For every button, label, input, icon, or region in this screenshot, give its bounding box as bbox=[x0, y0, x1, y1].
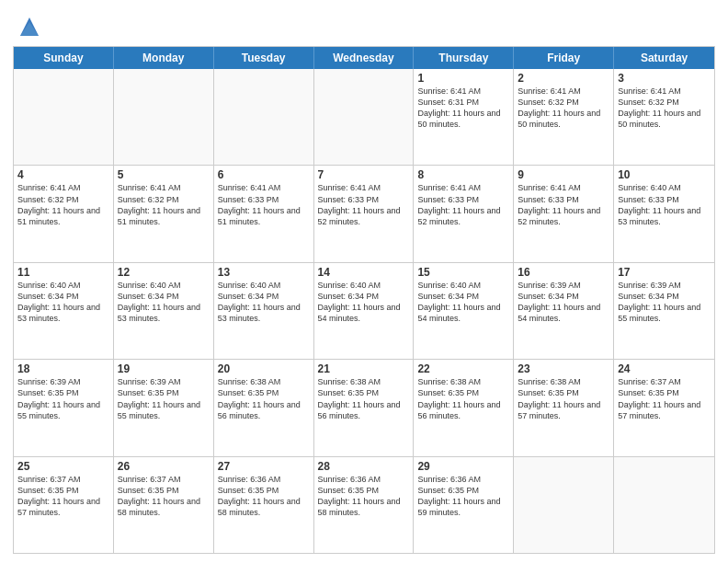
day-info: Sunrise: 6:38 AM Sunset: 6:35 PM Dayligh… bbox=[318, 376, 410, 421]
calendar-day-16: 16Sunrise: 6:39 AM Sunset: 6:34 PM Dayli… bbox=[514, 263, 614, 359]
day-info: Sunrise: 6:41 AM Sunset: 6:32 PM Dayligh… bbox=[118, 182, 210, 227]
calendar-day-1: 1Sunrise: 6:41 AM Sunset: 6:31 PM Daylig… bbox=[414, 69, 514, 165]
day-info: Sunrise: 6:40 AM Sunset: 6:34 PM Dayligh… bbox=[318, 280, 410, 325]
calendar-day-12: 12Sunrise: 6:40 AM Sunset: 6:34 PM Dayli… bbox=[114, 263, 214, 359]
calendar-day-empty bbox=[514, 457, 614, 553]
day-info: Sunrise: 6:39 AM Sunset: 6:34 PM Dayligh… bbox=[618, 280, 711, 325]
day-info: Sunrise: 6:40 AM Sunset: 6:34 PM Dayligh… bbox=[417, 280, 509, 325]
calendar-day-10: 10Sunrise: 6:40 AM Sunset: 6:33 PM Dayli… bbox=[614, 166, 714, 261]
day-number: 13 bbox=[218, 266, 310, 279]
day-info: Sunrise: 6:36 AM Sunset: 6:35 PM Dayligh… bbox=[318, 474, 410, 519]
calendar-week-3: 11Sunrise: 6:40 AM Sunset: 6:34 PM Dayli… bbox=[14, 263, 714, 360]
day-number: 17 bbox=[618, 266, 711, 279]
day-info: Sunrise: 6:40 AM Sunset: 6:34 PM Dayligh… bbox=[118, 280, 210, 325]
calendar-day-3: 3Sunrise: 6:41 AM Sunset: 6:32 PM Daylig… bbox=[614, 69, 714, 165]
calendar-day-24: 24Sunrise: 6:37 AM Sunset: 6:35 PM Dayli… bbox=[614, 360, 714, 455]
calendar-day-17: 17Sunrise: 6:39 AM Sunset: 6:34 PM Dayli… bbox=[614, 263, 714, 359]
svg-marker-1 bbox=[20, 22, 39, 36]
calendar-day-23: 23Sunrise: 6:38 AM Sunset: 6:35 PM Dayli… bbox=[514, 360, 614, 455]
day-number: 15 bbox=[417, 266, 509, 279]
calendar-day-27: 27Sunrise: 6:36 AM Sunset: 6:35 PM Dayli… bbox=[214, 457, 314, 553]
day-info: Sunrise: 6:41 AM Sunset: 6:32 PM Dayligh… bbox=[17, 182, 109, 227]
calendar-week-1: 1Sunrise: 6:41 AM Sunset: 6:31 PM Daylig… bbox=[14, 69, 714, 166]
day-number: 5 bbox=[118, 168, 210, 181]
day-number: 4 bbox=[17, 168, 109, 181]
day-number: 22 bbox=[417, 362, 509, 375]
day-number: 14 bbox=[318, 266, 410, 279]
day-info: Sunrise: 6:41 AM Sunset: 6:33 PM Dayligh… bbox=[318, 182, 410, 227]
page: SundayMondayTuesdayWednesdayThursdayFrid… bbox=[0, 0, 728, 563]
header bbox=[13, 9, 715, 40]
calendar-day-empty bbox=[114, 69, 214, 165]
day-info: Sunrise: 6:38 AM Sunset: 6:35 PM Dayligh… bbox=[417, 376, 509, 421]
day-number: 1 bbox=[417, 72, 509, 85]
calendar-day-29: 29Sunrise: 6:36 AM Sunset: 6:35 PM Dayli… bbox=[414, 457, 514, 553]
day-info: Sunrise: 6:40 AM Sunset: 6:33 PM Dayligh… bbox=[618, 182, 711, 227]
day-info: Sunrise: 6:37 AM Sunset: 6:35 PM Dayligh… bbox=[17, 474, 109, 519]
header-day-sunday: Sunday bbox=[14, 47, 114, 69]
day-info: Sunrise: 6:39 AM Sunset: 6:35 PM Dayligh… bbox=[118, 376, 210, 421]
day-number: 29 bbox=[417, 460, 509, 473]
header-day-tuesday: Tuesday bbox=[214, 47, 314, 69]
day-info: Sunrise: 6:41 AM Sunset: 6:31 PM Dayligh… bbox=[417, 86, 509, 131]
calendar-day-empty bbox=[214, 69, 314, 165]
calendar-day-empty bbox=[14, 69, 114, 165]
day-number: 23 bbox=[518, 362, 609, 375]
header-day-saturday: Saturday bbox=[614, 47, 714, 69]
day-info: Sunrise: 6:41 AM Sunset: 6:33 PM Dayligh… bbox=[417, 182, 509, 227]
day-number: 9 bbox=[518, 168, 609, 181]
day-number: 7 bbox=[318, 168, 410, 181]
day-number: 18 bbox=[17, 362, 109, 375]
day-info: Sunrise: 6:36 AM Sunset: 6:35 PM Dayligh… bbox=[218, 474, 310, 519]
day-info: Sunrise: 6:41 AM Sunset: 6:33 PM Dayligh… bbox=[218, 182, 310, 227]
calendar-day-4: 4Sunrise: 6:41 AM Sunset: 6:32 PM Daylig… bbox=[14, 166, 114, 261]
day-number: 19 bbox=[118, 362, 210, 375]
day-info: Sunrise: 6:41 AM Sunset: 6:33 PM Dayligh… bbox=[518, 182, 609, 227]
calendar-day-26: 26Sunrise: 6:37 AM Sunset: 6:35 PM Dayli… bbox=[114, 457, 214, 553]
day-info: Sunrise: 6:36 AM Sunset: 6:35 PM Dayligh… bbox=[417, 474, 509, 519]
calendar-day-empty bbox=[314, 69, 415, 165]
header-day-friday: Friday bbox=[514, 47, 614, 69]
calendar-day-7: 7Sunrise: 6:41 AM Sunset: 6:33 PM Daylig… bbox=[314, 166, 415, 261]
calendar-day-8: 8Sunrise: 6:41 AM Sunset: 6:33 PM Daylig… bbox=[414, 166, 514, 261]
day-info: Sunrise: 6:39 AM Sunset: 6:35 PM Dayligh… bbox=[17, 376, 109, 421]
day-number: 11 bbox=[17, 266, 109, 279]
day-number: 27 bbox=[218, 460, 310, 473]
calendar-day-25: 25Sunrise: 6:37 AM Sunset: 6:35 PM Dayli… bbox=[14, 457, 114, 553]
calendar-day-14: 14Sunrise: 6:40 AM Sunset: 6:34 PM Dayli… bbox=[314, 263, 415, 359]
day-info: Sunrise: 6:41 AM Sunset: 6:32 PM Dayligh… bbox=[518, 86, 609, 131]
day-number: 26 bbox=[118, 460, 210, 473]
logo bbox=[13, 13, 43, 40]
calendar-day-21: 21Sunrise: 6:38 AM Sunset: 6:35 PM Dayli… bbox=[314, 360, 415, 455]
day-number: 10 bbox=[618, 168, 711, 181]
calendar-body: 1Sunrise: 6:41 AM Sunset: 6:31 PM Daylig… bbox=[14, 69, 714, 553]
day-info: Sunrise: 6:38 AM Sunset: 6:35 PM Dayligh… bbox=[518, 376, 609, 421]
day-info: Sunrise: 6:40 AM Sunset: 6:34 PM Dayligh… bbox=[218, 280, 310, 325]
calendar-day-13: 13Sunrise: 6:40 AM Sunset: 6:34 PM Dayli… bbox=[214, 263, 314, 359]
calendar-day-9: 9Sunrise: 6:41 AM Sunset: 6:33 PM Daylig… bbox=[514, 166, 614, 261]
header-day-wednesday: Wednesday bbox=[314, 47, 415, 69]
day-number: 3 bbox=[618, 72, 711, 85]
day-number: 28 bbox=[318, 460, 410, 473]
calendar: SundayMondayTuesdayWednesdayThursdayFrid… bbox=[13, 46, 715, 554]
calendar-day-20: 20Sunrise: 6:38 AM Sunset: 6:35 PM Dayli… bbox=[214, 360, 314, 455]
calendar-day-19: 19Sunrise: 6:39 AM Sunset: 6:35 PM Dayli… bbox=[114, 360, 214, 455]
day-number: 24 bbox=[618, 362, 711, 375]
day-info: Sunrise: 6:37 AM Sunset: 6:35 PM Dayligh… bbox=[618, 376, 711, 421]
day-info: Sunrise: 6:37 AM Sunset: 6:35 PM Dayligh… bbox=[118, 474, 210, 519]
calendar-day-6: 6Sunrise: 6:41 AM Sunset: 6:33 PM Daylig… bbox=[214, 166, 314, 261]
day-number: 20 bbox=[218, 362, 310, 375]
calendar-day-28: 28Sunrise: 6:36 AM Sunset: 6:35 PM Dayli… bbox=[314, 457, 415, 553]
day-info: Sunrise: 6:39 AM Sunset: 6:34 PM Dayligh… bbox=[518, 280, 609, 325]
calendar-day-18: 18Sunrise: 6:39 AM Sunset: 6:35 PM Dayli… bbox=[14, 360, 114, 455]
day-number: 6 bbox=[218, 168, 310, 181]
day-number: 2 bbox=[518, 72, 609, 85]
calendar-day-2: 2Sunrise: 6:41 AM Sunset: 6:32 PM Daylig… bbox=[514, 69, 614, 165]
day-info: Sunrise: 6:41 AM Sunset: 6:32 PM Dayligh… bbox=[618, 86, 711, 131]
day-info: Sunrise: 6:38 AM Sunset: 6:35 PM Dayligh… bbox=[218, 376, 310, 421]
calendar-day-5: 5Sunrise: 6:41 AM Sunset: 6:32 PM Daylig… bbox=[114, 166, 214, 261]
logo-icon bbox=[16, 13, 43, 40]
day-number: 21 bbox=[318, 362, 410, 375]
calendar-day-15: 15Sunrise: 6:40 AM Sunset: 6:34 PM Dayli… bbox=[414, 263, 514, 359]
calendar-day-22: 22Sunrise: 6:38 AM Sunset: 6:35 PM Dayli… bbox=[414, 360, 514, 455]
